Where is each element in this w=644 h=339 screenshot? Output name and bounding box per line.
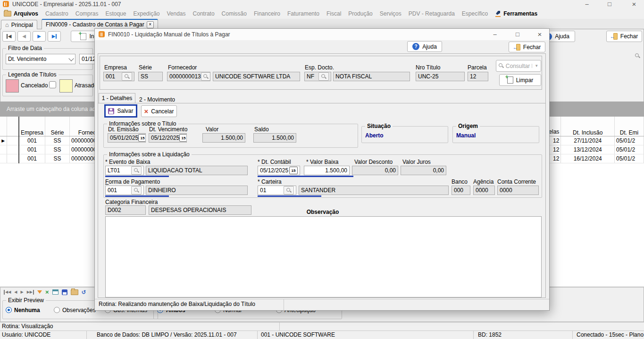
dropdown-arrow-icon[interactable]: ▼ (532, 64, 538, 68)
nav-last-icon[interactable]: ▶▶ (27, 290, 34, 295)
esp-docto-cod-field[interactable]: NF (304, 72, 331, 81)
evento-baixa-cod-field[interactable]: LT01 (105, 166, 144, 175)
radio-nenhuma-label[interactable]: Nenhuma (14, 307, 40, 314)
salvar-button[interactable]: Salvar (106, 106, 136, 116)
menu-compras[interactable]: Compras (75, 10, 99, 17)
nro-titulo-field[interactable]: UNC-25 (416, 72, 465, 81)
radio-observacoes[interactable] (54, 307, 60, 313)
forma-pagamento-cod-field[interactable]: 001 (105, 186, 144, 195)
conta-corrente-field: 0000 (497, 186, 539, 195)
valor-juros-field[interactable]: 0,00 (401, 166, 446, 175)
nav-first-icon[interactable]: ◀◀ (4, 290, 11, 295)
nav-first-button[interactable]: ◀ (2, 31, 16, 42)
magnifier-icon (125, 74, 130, 79)
col-empresa[interactable]: Empresa (19, 117, 45, 136)
empresa-label: Empresa (104, 65, 127, 71)
menu-expedicao[interactable]: Expedição (133, 10, 159, 17)
menu-cadastro[interactable]: Cadastro (45, 10, 68, 17)
menu-pdv-retaguarda[interactable]: PDV - Retaguarda (409, 10, 455, 17)
dt-contabil-label: * Dt. Contábil (258, 159, 291, 165)
close-icon[interactable]: × (628, 0, 640, 9)
fin0009-fechar-button[interactable]: Fechar (606, 31, 642, 42)
menu-producao[interactable]: Produção (348, 10, 372, 17)
menu-ferramentas[interactable]: Ferramentas (495, 10, 537, 17)
table-row[interactable]: 12 27/11/2024 05/01/2 (547, 136, 644, 145)
calendar-icon[interactable] (179, 134, 187, 142)
tab-detalhes[interactable]: 1 - Detalhes (99, 93, 135, 103)
dt-vencimento-field[interactable]: 05/12/2025 (149, 133, 187, 143)
col-dt-inclusao[interactable]: Dt. Inclusão (561, 117, 615, 136)
menu-contrato[interactable]: Contrato (193, 10, 215, 17)
table-row[interactable]: 12 13/12/2024 05/01/2 (547, 145, 644, 154)
lookup-button[interactable] (318, 72, 329, 81)
consultar-button[interactable]: Consultar ▼ (496, 60, 541, 72)
table-row[interactable]: ▶ 001 SS 00000000 (0, 136, 105, 145)
menu-vendas[interactable]: Vendas (167, 10, 186, 17)
lookup-button[interactable] (131, 186, 142, 195)
filtro-campo-select[interactable]: Dt. Vencimento (6, 54, 75, 64)
menu-arquivos[interactable]: Arquivos (4, 10, 38, 17)
serie-field[interactable]: SS (138, 72, 163, 81)
restore-icon[interactable]: □ (604, 0, 615, 9)
tab-fin0009[interactable]: FIN0009 - Cadastro de Contas à Pagar × (42, 19, 158, 29)
tab-close-icon[interactable]: × (147, 21, 154, 28)
table-row[interactable]: 001 SS 00000000 (0, 154, 105, 163)
dialog-maximize-icon[interactable]: □ (512, 30, 523, 39)
quick-search-icon[interactable] (635, 53, 640, 59)
save-layout-icon[interactable] (62, 289, 67, 295)
valor-baixa-field[interactable]: 1.500,00 (304, 166, 350, 175)
menu-comissao[interactable]: Comissão (222, 10, 247, 17)
menu-financeiro[interactable]: Financeiro (254, 10, 280, 17)
lookup-button[interactable] (284, 186, 294, 195)
nav-prev-icon[interactable]: ◀ (14, 290, 17, 295)
dialog-close-icon[interactable]: × (534, 30, 545, 39)
radio-nenhuma[interactable] (6, 307, 12, 313)
menu-faturamento[interactable]: Faturamento (287, 10, 319, 17)
valor-field: 1.500,00 (202, 133, 245, 143)
carteira-label: * Carteira (258, 179, 282, 185)
tab-principal[interactable]: ⌂ Principal (1, 20, 37, 29)
cancelado-checkbox[interactable] (49, 81, 56, 88)
observacao-textarea[interactable] (105, 216, 542, 297)
fornecedor-cod-field[interactable]: 0000000013 (167, 72, 210, 81)
nav-last-button[interactable]: ▶ (48, 31, 61, 42)
calendar-icon[interactable] (138, 134, 146, 142)
menu-estoque[interactable]: Estoque (105, 10, 126, 17)
dt-contabil-field[interactable]: 05/12/2025 (258, 166, 300, 175)
cancelar-button[interactable]: × Cancelar (141, 105, 177, 117)
delete-x-icon[interactable]: × (45, 289, 49, 295)
dialog-ajuda-button[interactable]: ? Ajuda (407, 41, 442, 52)
empresa-field[interactable]: 001 (103, 72, 134, 81)
nav-next-icon[interactable]: ▶ (20, 290, 23, 295)
nav-next-button[interactable]: ▶ (33, 31, 46, 42)
table-row[interactable]: 12 16/12/2024 05/01/2 (547, 154, 644, 163)
menu-fiscal[interactable]: Fiscal (326, 10, 341, 17)
menu-servicos[interactable]: Serviços (380, 10, 401, 17)
valor-desconto-field[interactable]: 0,00 (352, 166, 398, 175)
lookup-button[interactable] (201, 72, 210, 81)
calendar-icon[interactable] (289, 167, 298, 174)
lookup-button[interactable] (122, 72, 132, 81)
dialog-titlebar[interactable]: FIN0010 - Liquidação Manual de Títulos à… (95, 29, 549, 40)
open-folder-icon[interactable] (71, 289, 78, 295)
nav-prev-button[interactable]: ◀ (17, 31, 31, 42)
dt-emissao-field[interactable]: 05/01/2025 (108, 133, 146, 143)
carteira-cod-field[interactable]: 01 (258, 186, 296, 195)
refresh-icon[interactable]: ↺ (82, 289, 86, 295)
radio-observacoes-label[interactable]: Observações (62, 307, 96, 314)
menu-especifico[interactable]: Específico (462, 10, 488, 17)
lookup-button[interactable] (131, 166, 142, 175)
grid-layout-icon[interactable] (52, 289, 59, 295)
parcela-field[interactable]: 12 (468, 72, 488, 81)
valor-baixa-label: * Valor Baixa (306, 159, 338, 165)
esp-docto-label: Esp. Docto. (305, 65, 334, 71)
dialog-minimize-icon[interactable]: – (489, 30, 501, 39)
table-row[interactable]: 001 SS 00000000 (0, 145, 105, 154)
dialog-fechar-button[interactable]: Fechar (509, 42, 545, 52)
grid-header-row: arcelas Dt. Inclusão Dt. Emi (547, 117, 644, 136)
filter-funnel-icon[interactable] (37, 290, 42, 294)
col-dt-emissao[interactable]: Dt. Emi (615, 117, 644, 136)
limpar-button[interactable]: Limpar (499, 74, 541, 86)
col-serie[interactable]: Série (45, 117, 70, 136)
minimize-icon[interactable]: – (581, 0, 593, 9)
